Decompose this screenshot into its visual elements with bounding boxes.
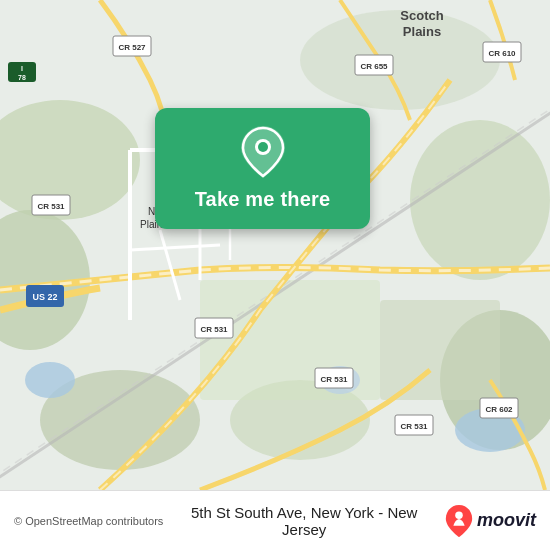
copyright-text: © OpenStreetMap contributors — [14, 515, 163, 527]
svg-point-3 — [410, 120, 550, 280]
svg-text:Plains: Plains — [403, 24, 441, 39]
location-pin-icon — [241, 126, 285, 178]
svg-text:78: 78 — [18, 74, 26, 81]
svg-text:Scotch: Scotch — [400, 8, 443, 23]
svg-text:CR 531: CR 531 — [37, 202, 65, 211]
svg-text:CR 531: CR 531 — [400, 422, 428, 431]
svg-text:I: I — [21, 65, 23, 72]
svg-point-51 — [455, 511, 463, 519]
svg-text:CR 655: CR 655 — [360, 62, 388, 71]
map-svg: US 22 CR 527 CR 531 CR 531 CR 531 CR 531… — [0, 0, 550, 490]
svg-text:CR 610: CR 610 — [488, 49, 516, 58]
svg-point-50 — [258, 142, 268, 152]
svg-text:CR 602: CR 602 — [485, 405, 513, 414]
svg-text:US 22: US 22 — [32, 292, 57, 302]
svg-point-10 — [25, 362, 75, 398]
moovit-text: moovit — [477, 510, 536, 531]
location-label: 5th St South Ave, New York - New Jersey — [173, 504, 435, 538]
take-me-there-button[interactable]: Take me there — [155, 108, 370, 229]
bottom-bar: © OpenStreetMap contributors 5th St Sout… — [0, 490, 550, 550]
button-label: Take me there — [195, 188, 331, 211]
svg-text:CR 527: CR 527 — [118, 43, 146, 52]
svg-rect-9 — [380, 300, 500, 400]
map-container: US 22 CR 527 CR 531 CR 531 CR 531 CR 531… — [0, 0, 550, 490]
moovit-logo: moovit — [445, 505, 536, 537]
svg-text:CR 531: CR 531 — [320, 375, 348, 384]
action-button-container: Take me there — [155, 108, 370, 229]
moovit-pin-icon — [445, 505, 473, 537]
svg-text:CR 531: CR 531 — [200, 325, 228, 334]
